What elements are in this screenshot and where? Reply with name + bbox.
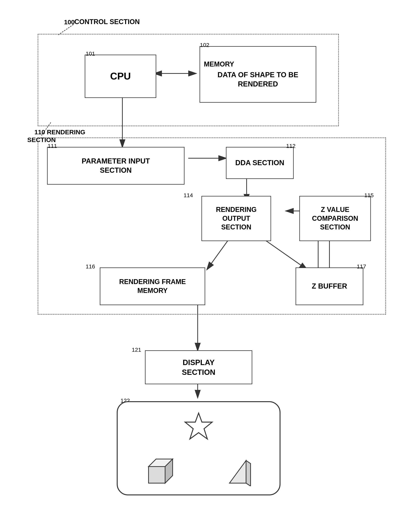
param-ref: 111: [48, 143, 57, 149]
z-buffer-box: Z BUFFER: [295, 268, 363, 305]
memory-box: MEMORY DATA OF SHAPE TO BE RENDERED: [199, 46, 316, 103]
svg-marker-24: [229, 461, 246, 483]
display-section-box: DISPLAY SECTION: [145, 350, 252, 384]
rendering-output-box: RENDERING OUTPUT SECTION: [201, 196, 271, 241]
dda-ref: 112: [286, 143, 295, 149]
cpu-box: CPU: [85, 55, 156, 98]
display-ref: 121: [132, 347, 141, 353]
memory-ref: 102: [200, 42, 209, 48]
svg-rect-21: [148, 467, 165, 483]
svg-marker-25: [246, 461, 251, 486]
z-value-ref: 115: [364, 192, 374, 199]
triangle-shape: [227, 456, 253, 487]
rendering-frame-ref: 116: [86, 263, 95, 270]
svg-marker-20: [185, 413, 212, 439]
memory-content: DATA OF SHAPE TO BE RENDERED: [200, 70, 316, 89]
z-buffer-ref: 117: [357, 263, 366, 270]
cpu-ref: 101: [86, 51, 95, 57]
memory-label: MEMORY: [200, 60, 316, 69]
star-icon: [180, 408, 217, 445]
diagram: CONTROL SECTION 100 CPU 101 MEMORY DATA …: [0, 0, 420, 508]
cube-shape: [144, 456, 174, 487]
rendering-frame-box: RENDERING FRAME MEMORY: [100, 268, 205, 305]
display-screen: [117, 401, 280, 495]
control-section-label: CONTROL SECTION: [74, 18, 140, 26]
svg-line-18: [58, 24, 74, 35]
control-section-ref: 100: [64, 18, 75, 26]
z-value-box: Z VALUE COMPARISON SECTION: [299, 196, 371, 241]
rendering-output-ref: 114: [184, 192, 193, 199]
parameter-input-box: PARAMETER INPUT SECTION: [47, 147, 184, 185]
dda-box: DDA SECTION: [226, 147, 294, 179]
